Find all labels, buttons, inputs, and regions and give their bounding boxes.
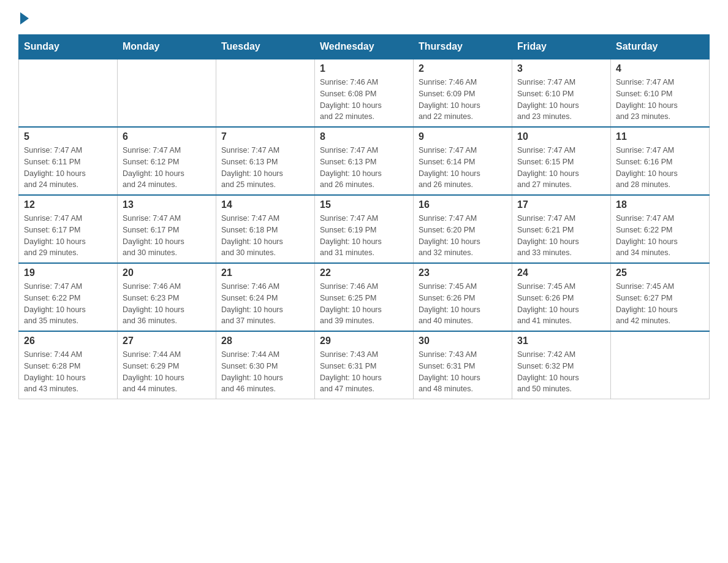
calendar-day-cell: 30Sunrise: 7:43 AMSunset: 6:31 PMDayligh… (414, 331, 512, 399)
calendar-day-cell: 1Sunrise: 7:46 AMSunset: 6:08 PMDaylight… (315, 59, 414, 127)
day-info: Sunrise: 7:46 AMSunset: 6:09 PMDaylight:… (419, 77, 507, 123)
day-info: Sunrise: 7:45 AMSunset: 6:26 PMDaylight:… (517, 281, 605, 327)
calendar-day-cell: 21Sunrise: 7:46 AMSunset: 6:24 PMDayligh… (216, 263, 315, 331)
calendar-day-cell: 5Sunrise: 7:47 AMSunset: 6:11 PMDaylight… (19, 127, 118, 195)
calendar-day-cell: 15Sunrise: 7:47 AMSunset: 6:19 PMDayligh… (315, 195, 414, 263)
day-of-week-header: Saturday (611, 35, 710, 59)
day-number: 4 (616, 63, 704, 74)
day-of-week-header: Wednesday (315, 35, 414, 59)
day-number: 17 (517, 199, 605, 210)
day-info: Sunrise: 7:44 AMSunset: 6:29 PMDaylight:… (123, 349, 211, 395)
day-info: Sunrise: 7:47 AMSunset: 6:21 PMDaylight:… (517, 213, 605, 259)
day-number: 15 (320, 199, 408, 210)
day-number: 26 (24, 335, 112, 347)
day-number: 29 (320, 335, 408, 347)
calendar-day-cell: 29Sunrise: 7:43 AMSunset: 6:31 PMDayligh… (315, 331, 414, 399)
day-number: 25 (616, 267, 704, 278)
page-header (18, 12, 710, 22)
day-of-week-header: Monday (118, 35, 216, 59)
calendar-day-cell: 25Sunrise: 7:45 AMSunset: 6:27 PMDayligh… (611, 263, 710, 331)
day-info: Sunrise: 7:46 AMSunset: 6:08 PMDaylight:… (320, 77, 408, 123)
calendar-day-cell: 18Sunrise: 7:47 AMSunset: 6:22 PMDayligh… (611, 195, 710, 263)
calendar-day-cell: 11Sunrise: 7:47 AMSunset: 6:16 PMDayligh… (611, 127, 710, 195)
day-of-week-header: Friday (512, 35, 611, 59)
day-info: Sunrise: 7:47 AMSunset: 6:18 PMDaylight:… (221, 213, 309, 259)
calendar-day-cell: 2Sunrise: 7:46 AMSunset: 6:09 PMDaylight… (414, 59, 512, 127)
day-number: 18 (616, 199, 704, 210)
day-info: Sunrise: 7:42 AMSunset: 6:32 PMDaylight:… (517, 349, 605, 395)
day-info: Sunrise: 7:43 AMSunset: 6:31 PMDaylight:… (419, 349, 507, 395)
calendar-day-cell: 17Sunrise: 7:47 AMSunset: 6:21 PMDayligh… (512, 195, 611, 263)
calendar-day-cell: 3Sunrise: 7:47 AMSunset: 6:10 PMDaylight… (512, 59, 611, 127)
calendar-day-cell (118, 59, 216, 127)
day-number: 16 (419, 199, 507, 210)
calendar-day-cell: 6Sunrise: 7:47 AMSunset: 6:12 PMDaylight… (118, 127, 216, 195)
day-number: 10 (517, 131, 605, 142)
calendar-day-cell (216, 59, 315, 127)
day-number: 11 (616, 131, 704, 142)
day-number: 19 (24, 267, 112, 278)
calendar-header-row: SundayMondayTuesdayWednesdayThursdayFrid… (19, 35, 710, 59)
day-number: 30 (419, 335, 507, 347)
calendar-day-cell: 20Sunrise: 7:46 AMSunset: 6:23 PMDayligh… (118, 263, 216, 331)
day-info: Sunrise: 7:44 AMSunset: 6:28 PMDaylight:… (24, 349, 112, 395)
day-info: Sunrise: 7:47 AMSunset: 6:10 PMDaylight:… (517, 77, 605, 123)
day-info: Sunrise: 7:46 AMSunset: 6:25 PMDaylight:… (320, 281, 408, 327)
day-number: 31 (517, 335, 605, 347)
calendar-day-cell: 10Sunrise: 7:47 AMSunset: 6:15 PMDayligh… (512, 127, 611, 195)
day-number: 9 (419, 131, 507, 142)
day-number: 22 (320, 267, 408, 278)
calendar-day-cell: 8Sunrise: 7:47 AMSunset: 6:13 PMDaylight… (315, 127, 414, 195)
calendar-day-cell: 14Sunrise: 7:47 AMSunset: 6:18 PMDayligh… (216, 195, 315, 263)
day-info: Sunrise: 7:45 AMSunset: 6:26 PMDaylight:… (419, 281, 507, 327)
day-of-week-header: Sunday (19, 35, 118, 59)
calendar-day-cell: 27Sunrise: 7:44 AMSunset: 6:29 PMDayligh… (118, 331, 216, 399)
calendar-day-cell: 28Sunrise: 7:44 AMSunset: 6:30 PMDayligh… (216, 331, 315, 399)
logo (18, 12, 29, 22)
day-info: Sunrise: 7:47 AMSunset: 6:14 PMDaylight:… (419, 145, 507, 191)
day-info: Sunrise: 7:47 AMSunset: 6:19 PMDaylight:… (320, 213, 408, 259)
day-of-week-header: Tuesday (216, 35, 315, 59)
day-number: 23 (419, 267, 507, 278)
calendar-day-cell: 22Sunrise: 7:46 AMSunset: 6:25 PMDayligh… (315, 263, 414, 331)
calendar-week-row: 26Sunrise: 7:44 AMSunset: 6:28 PMDayligh… (19, 331, 710, 399)
day-info: Sunrise: 7:47 AMSunset: 6:20 PMDaylight:… (419, 213, 507, 259)
calendar-week-row: 5Sunrise: 7:47 AMSunset: 6:11 PMDaylight… (19, 127, 710, 195)
day-info: Sunrise: 7:47 AMSunset: 6:12 PMDaylight:… (123, 145, 211, 191)
calendar-day-cell: 16Sunrise: 7:47 AMSunset: 6:20 PMDayligh… (414, 195, 512, 263)
day-number: 1 (320, 63, 408, 74)
calendar-day-cell: 19Sunrise: 7:47 AMSunset: 6:22 PMDayligh… (19, 263, 118, 331)
day-info: Sunrise: 7:47 AMSunset: 6:17 PMDaylight:… (123, 213, 211, 259)
day-number: 27 (123, 335, 211, 347)
calendar-day-cell: 4Sunrise: 7:47 AMSunset: 6:10 PMDaylight… (611, 59, 710, 127)
calendar-day-cell: 26Sunrise: 7:44 AMSunset: 6:28 PMDayligh… (19, 331, 118, 399)
calendar-day-cell: 24Sunrise: 7:45 AMSunset: 6:26 PMDayligh… (512, 263, 611, 331)
day-number: 24 (517, 267, 605, 278)
day-of-week-header: Thursday (414, 35, 512, 59)
day-number: 28 (221, 335, 309, 347)
day-number: 3 (517, 63, 605, 74)
day-info: Sunrise: 7:47 AMSunset: 6:13 PMDaylight:… (221, 145, 309, 191)
calendar-day-cell: 12Sunrise: 7:47 AMSunset: 6:17 PMDayligh… (19, 195, 118, 263)
calendar-day-cell (19, 59, 118, 127)
day-info: Sunrise: 7:45 AMSunset: 6:27 PMDaylight:… (616, 281, 704, 327)
day-info: Sunrise: 7:46 AMSunset: 6:24 PMDaylight:… (221, 281, 309, 327)
day-info: Sunrise: 7:46 AMSunset: 6:23 PMDaylight:… (123, 281, 211, 327)
day-info: Sunrise: 7:44 AMSunset: 6:30 PMDaylight:… (221, 349, 309, 395)
day-number: 7 (221, 131, 309, 142)
logo-arrow-icon (20, 12, 29, 25)
day-info: Sunrise: 7:47 AMSunset: 6:11 PMDaylight:… (24, 145, 112, 191)
day-info: Sunrise: 7:47 AMSunset: 6:15 PMDaylight:… (517, 145, 605, 191)
day-info: Sunrise: 7:47 AMSunset: 6:16 PMDaylight:… (616, 145, 704, 191)
day-number: 8 (320, 131, 408, 142)
calendar-day-cell: 7Sunrise: 7:47 AMSunset: 6:13 PMDaylight… (216, 127, 315, 195)
calendar-week-row: 1Sunrise: 7:46 AMSunset: 6:08 PMDaylight… (19, 59, 710, 127)
day-number: 21 (221, 267, 309, 278)
day-info: Sunrise: 7:47 AMSunset: 6:17 PMDaylight:… (24, 213, 112, 259)
calendar-day-cell: 31Sunrise: 7:42 AMSunset: 6:32 PMDayligh… (512, 331, 611, 399)
day-info: Sunrise: 7:47 AMSunset: 6:10 PMDaylight:… (616, 77, 704, 123)
day-number: 6 (123, 131, 211, 142)
calendar-day-cell: 13Sunrise: 7:47 AMSunset: 6:17 PMDayligh… (118, 195, 216, 263)
day-number: 12 (24, 199, 112, 210)
calendar-day-cell (611, 331, 710, 399)
